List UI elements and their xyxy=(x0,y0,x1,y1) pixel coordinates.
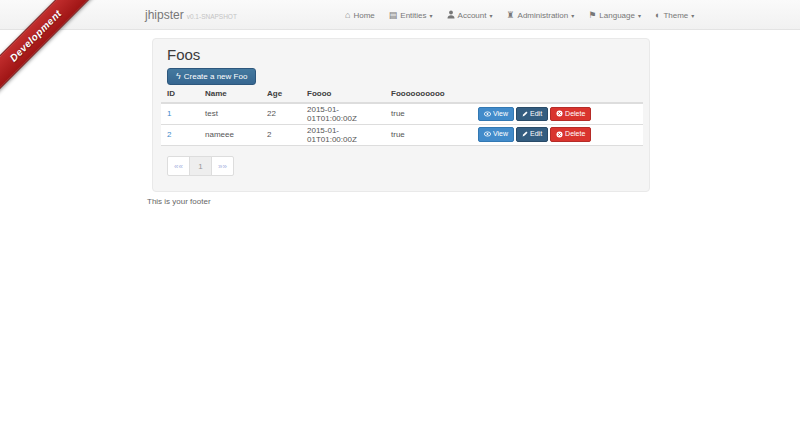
nav-language-label: Language xyxy=(599,11,635,20)
page-title: Foos xyxy=(167,46,200,63)
create-foo-button[interactable]: ϟ Create a new Foo xyxy=(167,68,256,85)
row-actions: View Edit Delete xyxy=(478,127,637,141)
create-foo-label: Create a new Foo xyxy=(184,72,248,81)
pagination-page-1[interactable]: 1 xyxy=(189,156,212,176)
chevron-down-icon: ▾ xyxy=(489,12,492,19)
brand-version: v0.1-SNAPSHOT xyxy=(187,13,237,20)
row1-age: 22 xyxy=(261,103,301,124)
edit-button[interactable]: Edit xyxy=(516,127,548,141)
nav-entities-label: Entities xyxy=(400,11,426,20)
main-nav: ⌂ Home ▤ Entities ▾ Account ▾ ♜ Administ… xyxy=(338,0,701,30)
brand-link[interactable]: jhipsterv0.1-SNAPSHOT xyxy=(145,0,237,30)
eye-icon xyxy=(484,111,491,117)
nav-item-entities[interactable]: ▤ Entities ▾ xyxy=(382,0,440,30)
nav-theme-label: Theme xyxy=(663,11,688,20)
nav-account-label: Account xyxy=(458,11,487,20)
chevron-down-icon: ▾ xyxy=(691,12,694,19)
pagination: «« 1 »» xyxy=(167,156,234,176)
page: Development jhipsterv0.1-SNAPSHOT ⌂ Home… xyxy=(0,0,800,443)
pencil-icon xyxy=(522,111,528,117)
row2-id-link[interactable]: 2 xyxy=(167,130,171,139)
pagination-last[interactable]: »» xyxy=(211,156,234,176)
nav-item-home[interactable]: ⌂ Home xyxy=(338,0,382,30)
col-header-name: Name xyxy=(199,86,261,103)
footer-text: This is your footer xyxy=(147,197,211,206)
col-header-id: ID xyxy=(161,86,199,103)
table-header-row: ID Name Age Foooo Foooooooooo xyxy=(161,86,643,103)
row2-age: 2 xyxy=(261,124,301,145)
edit-button[interactable]: Edit xyxy=(516,107,548,121)
row1-name: test xyxy=(199,103,261,124)
col-header-fooooooooooo: Foooooooooo xyxy=(385,86,472,103)
user-icon xyxy=(447,10,455,21)
nav-item-theme[interactable]: ◐ Theme ▾ xyxy=(648,0,701,30)
table-row: 1 test 22 2015-01-01T01:00:00Z true View xyxy=(161,103,643,124)
navbar: jhipsterv0.1-SNAPSHOT ⌂ Home ▤ Entities … xyxy=(0,0,800,30)
chevron-down-icon: ▾ xyxy=(430,12,433,19)
row1-foooo: 2015-01-01T01:00:00Z xyxy=(301,103,385,124)
nav-administration-label: Administration xyxy=(518,11,569,20)
tower-icon: ♜ xyxy=(506,11,514,20)
delete-button[interactable]: Delete xyxy=(550,107,591,121)
adjust-icon: ◐ xyxy=(655,11,660,20)
content-panel: Foos ϟ Create a new Foo ID Name Age Fooo… xyxy=(152,38,650,192)
flash-icon: ϟ xyxy=(176,72,181,81)
row1-id-link[interactable]: 1 xyxy=(167,109,171,118)
col-header-age: Age xyxy=(261,86,301,103)
remove-circle-icon xyxy=(556,131,563,138)
view-button[interactable]: View xyxy=(478,127,514,141)
view-button[interactable]: View xyxy=(478,107,514,121)
chevron-down-icon: ▾ xyxy=(571,12,574,19)
remove-circle-icon xyxy=(556,110,563,117)
pagination-first[interactable]: «« xyxy=(167,156,190,176)
nav-home-label: Home xyxy=(353,11,374,20)
flag-icon: ⚑ xyxy=(588,11,596,20)
row2-foooo: 2015-01-01T01:00:00Z xyxy=(301,124,385,145)
brand-name: jhipster xyxy=(145,8,184,22)
table-row: 2 nameee 2 2015-01-01T01:00:00Z true Vie… xyxy=(161,124,643,145)
row1-foo2: true xyxy=(385,103,472,124)
home-icon: ⌂ xyxy=(345,11,350,20)
foo-table: ID Name Age Foooo Foooooooooo 1 test 22 … xyxy=(161,86,643,146)
row2-name: nameee xyxy=(199,124,261,145)
row2-foo2: true xyxy=(385,124,472,145)
chevron-down-icon: ▾ xyxy=(638,12,641,19)
col-header-actions xyxy=(472,86,643,103)
delete-button[interactable]: Delete xyxy=(550,127,591,141)
nav-item-administration[interactable]: ♜ Administration ▾ xyxy=(499,0,581,30)
eye-icon xyxy=(484,131,491,137)
pencil-icon xyxy=(522,131,528,137)
nav-item-account[interactable]: Account ▾ xyxy=(440,0,500,30)
list-icon: ▤ xyxy=(389,11,398,20)
nav-item-language[interactable]: ⚑ Language ▾ xyxy=(581,0,648,30)
col-header-foooo: Foooo xyxy=(301,86,385,103)
row-actions: View Edit Delete xyxy=(478,107,637,121)
